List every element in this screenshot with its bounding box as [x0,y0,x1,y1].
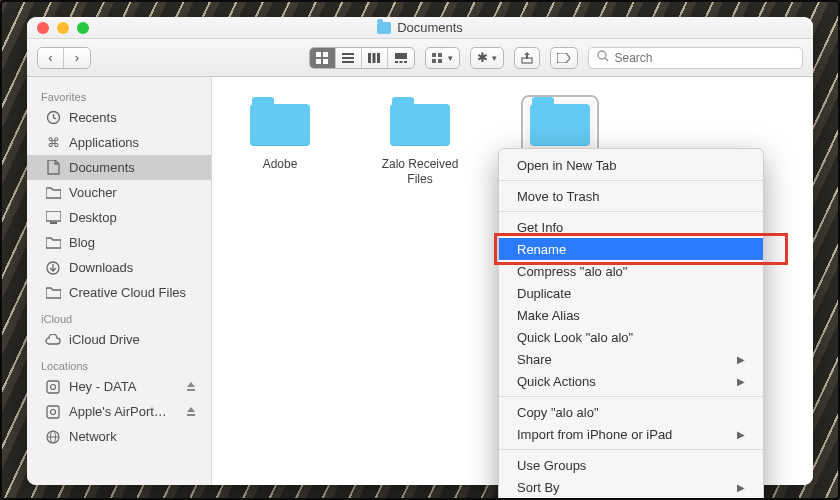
folder-label: Adobe [263,157,298,172]
tags-button[interactable] [550,47,578,69]
menu-item-use-groups[interactable]: Use Groups [499,454,763,476]
sidebar-item-downloads[interactable]: Downloads [27,255,211,280]
gallery-view-button[interactable] [388,48,414,68]
apps-icon: ⌘ [45,136,61,150]
svg-point-19 [598,51,606,59]
svg-rect-3 [323,59,328,64]
action-button[interactable]: ✱ ▾ [470,47,504,69]
share-button[interactable] [514,47,540,69]
svg-point-26 [51,384,56,389]
folder-icon [245,99,315,151]
menu-separator [499,180,763,181]
menu-item-move-to-trash[interactable]: Move to Trash [499,185,763,207]
menu-item-make-alias[interactable]: Make Alias [499,304,763,326]
svg-rect-6 [342,61,354,63]
eject-icon[interactable] [185,381,197,393]
eject-icon[interactable] [185,406,197,418]
arrange-button[interactable]: ▾ [425,47,460,69]
menu-item-label: Copy "alo alo" [517,405,599,420]
forward-button[interactable]: › [64,48,90,68]
nav-buttons: ‹ › [37,47,91,69]
zoom-icon[interactable] [77,22,89,34]
sidebar-item-label: Hey - DATA [69,379,136,394]
sidebar-item-creative-cloud-files[interactable]: Creative Cloud Files [27,280,211,305]
disk-icon [45,405,61,419]
svg-rect-14 [432,53,436,57]
svg-rect-8 [373,53,376,63]
sidebar-item-label: Apple's AirPort… [69,404,167,419]
svg-rect-9 [377,53,380,63]
menu-separator [499,211,763,212]
menu-item-label: Rename [517,242,566,257]
column-view-button[interactable] [362,48,388,68]
sidebar-section-header: Favorites [27,83,211,105]
sidebar-item-icloud-drive[interactable]: iCloud Drive [27,327,211,352]
cloud-icon [45,333,61,347]
menu-item-quick-look-alo-alo[interactable]: Quick Look "alo alo" [499,326,763,348]
sidebar-item-label: Creative Cloud Files [69,285,186,300]
sidebar-item-documents[interactable]: Documents [27,155,211,180]
sidebar[interactable]: FavoritesRecents⌘ApplicationsDocumentsVo… [27,77,212,485]
menu-item-copy-alo-alo[interactable]: Copy "alo alo" [499,401,763,423]
list-view-button[interactable] [336,48,362,68]
chevron-down-icon: ▾ [448,53,453,63]
sidebar-item-apple-s-airport-[interactable]: Apple's AirPort… [27,399,211,424]
sidebar-item-applications[interactable]: ⌘Applications [27,130,211,155]
tag-icon [557,53,571,63]
svg-rect-1 [323,52,328,57]
window-title-text: Documents [397,20,463,35]
sidebar-item-label: Recents [69,110,117,125]
titlebar[interactable]: Documents [27,17,813,39]
globe-icon [45,430,61,444]
sidebar-item-label: Desktop [69,210,117,225]
sidebar-item-hey-data[interactable]: Hey - DATA [27,374,211,399]
folder-icon [385,99,455,151]
menu-item-import-from-iphone-or-ipad[interactable]: Import from iPhone or iPad▶ [499,423,763,445]
share-icon [521,52,533,64]
chevron-right-icon: ▶ [737,482,745,493]
sidebar-item-network[interactable]: Network [27,424,211,449]
menu-item-open-in-new-tab[interactable]: Open in New Tab [499,154,763,176]
search-icon [597,50,609,65]
menu-item-label: Quick Actions [517,374,596,389]
menu-item-quick-actions[interactable]: Quick Actions▶ [499,370,763,392]
back-button[interactable]: ‹ [38,48,64,68]
search-input[interactable] [615,51,795,65]
chevron-down-icon: ▾ [492,53,497,63]
minimize-icon[interactable] [57,22,69,34]
icon-view-button[interactable] [310,48,336,68]
menu-item-rename[interactable]: Rename [499,238,763,260]
svg-rect-0 [316,52,321,57]
menu-item-label: Sort By [517,480,560,495]
folder-zalo-received-files[interactable]: Zalo Received Files [374,99,466,187]
close-icon[interactable] [37,22,49,34]
menu-item-label: Import from iPhone or iPad [517,427,672,442]
menu-item-label: Make Alias [517,308,580,323]
folder-icon [45,186,61,200]
view-mode-buttons [309,47,415,69]
svg-rect-10 [395,53,407,59]
sidebar-item-desktop[interactable]: Desktop [27,205,211,230]
sidebar-item-recents[interactable]: Recents [27,105,211,130]
sidebar-item-label: Network [69,429,117,444]
toolbar: ‹ › ▾ ✱ ▾ [27,39,813,77]
menu-separator [499,396,763,397]
context-menu: Open in New TabMove to TrashGet InfoRena… [498,148,764,500]
menu-item-sort-by[interactable]: Sort By▶ [499,476,763,498]
clock-icon [45,111,61,125]
menu-item-share[interactable]: Share▶ [499,348,763,370]
svg-point-29 [51,409,56,414]
folder-label: Zalo Received Files [374,157,466,187]
svg-rect-17 [438,59,442,63]
sidebar-item-voucher[interactable]: Voucher [27,180,211,205]
sidebar-item-blog[interactable]: Blog [27,230,211,255]
sidebar-item-label: Blog [69,235,95,250]
menu-item-get-info[interactable]: Get Info [499,216,763,238]
menu-separator [499,449,763,450]
search-field[interactable] [588,47,804,69]
folder-icon [377,22,391,34]
menu-item-compress-alo-alo[interactable]: Compress "alo alo" [499,260,763,282]
menu-item-duplicate[interactable]: Duplicate [499,282,763,304]
svg-rect-22 [46,211,61,221]
folder-adobe[interactable]: Adobe [234,99,326,172]
